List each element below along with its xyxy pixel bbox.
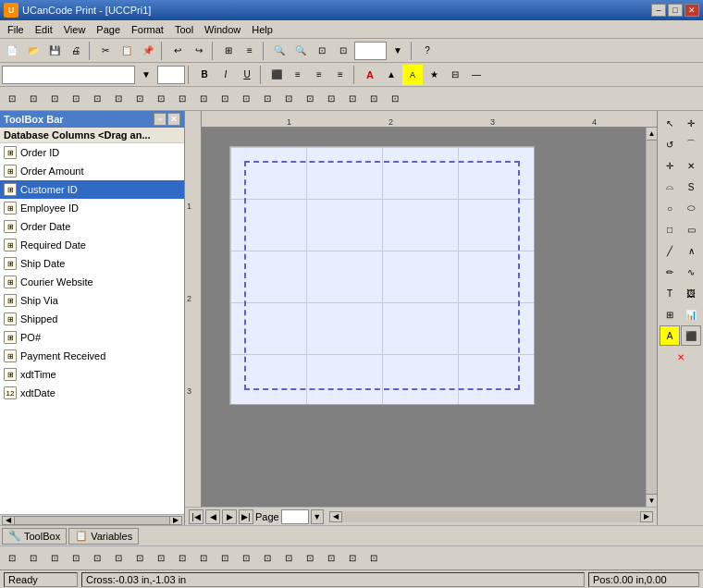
bt-btn13[interactable]: ⊡ [257, 548, 278, 569]
rt-line-btn[interactable]: ╱ [660, 240, 680, 261]
bt-btn9[interactable]: ⊡ [172, 548, 192, 569]
db-item-order-amount[interactable]: ⊞ Order Amount [0, 162, 184, 180]
tb2-btn19[interactable]: ⊡ [385, 89, 405, 109]
new-button[interactable]: 📄 [2, 41, 22, 61]
restore-button[interactable]: □ [668, 4, 683, 17]
bt-btn11[interactable]: ⊡ [215, 548, 235, 569]
db-item-po-hash[interactable]: ⊞ PO# [0, 328, 184, 347]
bt-btn18[interactable]: ⊡ [364, 548, 384, 569]
line-h-button[interactable]: — [466, 65, 487, 85]
bt-btn14[interactable]: ⊡ [278, 548, 299, 569]
rt-curve-btn[interactable]: ⌒ [681, 134, 701, 154]
variables-tab[interactable]: 📋 Variables [68, 528, 139, 545]
align-left-button[interactable]: ⬛ [266, 65, 287, 85]
align-center-button[interactable]: ≡ [288, 65, 308, 85]
close-button[interactable]: ✕ [684, 4, 699, 17]
rt-chart-btn[interactable]: 📊 [681, 304, 701, 325]
highlight-button[interactable]: ★ [424, 65, 444, 85]
tb2-btn18[interactable]: ⊡ [364, 89, 384, 109]
rt-pen-btn[interactable]: ✏ [660, 262, 680, 282]
zoom-in-button[interactable]: 🔍 [269, 41, 290, 61]
tb2-btn10[interactable]: ⊡ [193, 89, 214, 109]
rt-bezier-btn[interactable]: S [681, 177, 701, 197]
db-item-xdt-date[interactable]: 12 xdtDate [0, 384, 184, 402]
rt-ellipse-btn[interactable]: ⬭ [681, 198, 701, 218]
rt-polyline-btn[interactable]: ∧ [681, 240, 701, 261]
bt-btn2[interactable]: ⊡ [23, 548, 43, 569]
db-item-employee-id[interactable]: ⊞ Employee ID [0, 199, 184, 217]
save-button[interactable]: 💾 [44, 41, 65, 61]
hscroll-right-btn[interactable]: ▶ [640, 511, 653, 522]
menu-view[interactable]: View [58, 20, 92, 38]
tb2-btn9[interactable]: ⊡ [172, 89, 192, 109]
menu-page[interactable]: Page [91, 20, 126, 38]
rt-text-btn[interactable]: T [660, 283, 680, 303]
db-list[interactable]: ⊞ Order ID ⊞ Order Amount ⊞ Customer ID … [0, 143, 184, 514]
tb2-btn11[interactable]: ⊡ [215, 89, 235, 109]
undo-button[interactable]: ↩ [167, 41, 188, 61]
rt-rotate-btn[interactable]: ↺ [660, 134, 680, 154]
align-justify-button[interactable]: ≡ [330, 65, 351, 85]
bt-btn1[interactable]: ⊡ [2, 548, 22, 569]
menu-help[interactable]: Help [246, 20, 278, 38]
menu-edit[interactable]: Edit [30, 20, 58, 38]
font-color-button[interactable]: A [360, 65, 380, 85]
tb2-btn5[interactable]: ⊡ [87, 89, 107, 109]
bt-btn17[interactable]: ⊡ [342, 548, 363, 569]
rt-image-btn[interactable]: 🖼 [681, 283, 701, 303]
menu-window[interactable]: Window [199, 20, 246, 38]
copy-button[interactable]: 📋 [117, 41, 137, 61]
zoom-fit-button[interactable]: ⊡ [312, 41, 332, 61]
help-button[interactable]: ? [417, 41, 438, 61]
tb2-btn13[interactable]: ⊡ [257, 89, 278, 109]
zoom-input[interactable]: 100 [354, 42, 387, 60]
zoom-100-button[interactable]: ⊡ [333, 41, 353, 61]
scroll-down-btn[interactable]: ▼ [647, 494, 657, 507]
menu-file[interactable]: File [2, 20, 30, 38]
redo-button[interactable]: ↪ [189, 41, 209, 61]
rt-crosshair-btn[interactable]: ✕ [681, 155, 701, 176]
zoom-out-button[interactable]: 🔍 [290, 41, 311, 61]
font-name-dropdown[interactable]: ▼ [136, 65, 156, 85]
rt-delete-btn[interactable]: ✕ [671, 347, 691, 367]
tb2-btn15[interactable]: ⊡ [300, 89, 320, 109]
bt-btn15[interactable]: ⊡ [300, 548, 320, 569]
grid-button[interactable]: ⊞ [218, 41, 239, 61]
toolbox-pin-button[interactable]: − [154, 113, 166, 126]
scrollbar-vertical[interactable]: ▲ ▼ [646, 128, 657, 507]
open-button[interactable]: 📂 [23, 41, 43, 61]
rt-spline-btn[interactable]: ∿ [681, 262, 701, 282]
db-item-ship-via[interactable]: ⊞ Ship Via [0, 291, 184, 310]
menu-tool[interactable]: Tool [169, 20, 199, 38]
db-item-required-date[interactable]: ⊞ Required Date [0, 236, 184, 254]
tb2-btn3[interactable]: ⊡ [44, 89, 65, 109]
font-up-button[interactable]: ▲ [381, 65, 401, 85]
bt-btn5[interactable]: ⊡ [87, 548, 107, 569]
scroll-right-btn[interactable]: ▶ [169, 516, 182, 525]
bt-btn8[interactable]: ⊡ [151, 548, 171, 569]
cut-button[interactable]: ✂ [95, 41, 116, 61]
page-num-input[interactable]: 0 [281, 509, 309, 524]
align-button[interactable]: ≡ [240, 41, 260, 61]
page-last-btn[interactable]: ▶| [239, 509, 253, 524]
bt-btn4[interactable]: ⊡ [66, 548, 86, 569]
rt-color-stroke-btn[interactable]: ⬛ [681, 325, 701, 346]
db-item-order-date[interactable]: ⊞ Order Date [0, 217, 184, 236]
minimize-button[interactable]: – [651, 4, 666, 17]
rt-rect-btn[interactable]: □ [660, 219, 680, 239]
bt-btn10[interactable]: ⊡ [193, 548, 214, 569]
rt-color-fill-btn[interactable]: A [660, 325, 680, 346]
italic-button[interactable]: I [216, 65, 236, 85]
scroll-left-btn[interactable]: ◀ [2, 516, 15, 525]
rt-pointer-btn[interactable]: ✛ [681, 113, 701, 133]
page-first-btn[interactable]: |◀ [189, 509, 204, 524]
font-size-input[interactable]: 8 [157, 66, 185, 84]
page-next-btn[interactable]: ▶ [222, 509, 237, 524]
db-item-shipped[interactable]: ⊞ Shipped [0, 310, 184, 328]
bt-btn3[interactable]: ⊡ [44, 548, 65, 569]
bt-btn16[interactable]: ⊡ [321, 548, 341, 569]
tb2-btn12[interactable]: ⊡ [236, 89, 256, 109]
zoom-dropdown[interactable]: ▼ [388, 41, 408, 61]
db-item-customer-id[interactable]: ⊞ Customer ID [0, 180, 184, 199]
paste-button[interactable]: 📌 [138, 41, 158, 61]
